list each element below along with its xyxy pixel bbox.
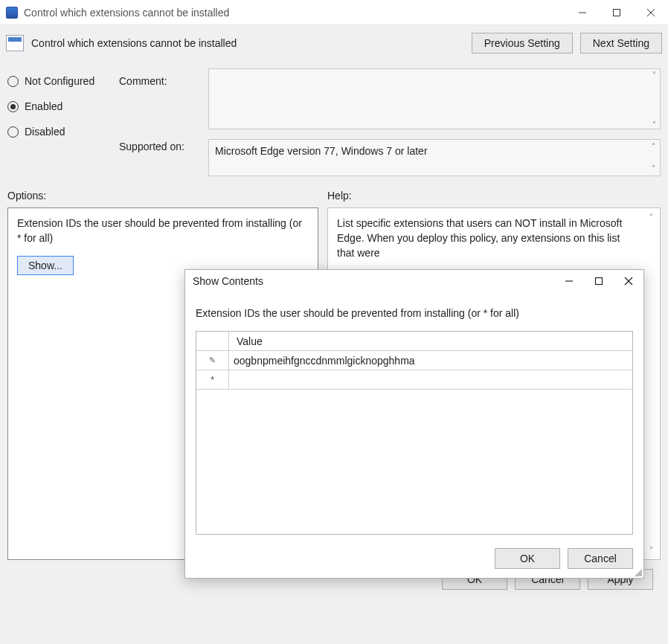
- window-title: Control which extensions cannot be insta…: [24, 7, 229, 19]
- page-title: Control which extensions cannot be insta…: [31, 37, 237, 49]
- grid-header-row: Value: [196, 332, 632, 351]
- value-cell-input[interactable]: [234, 351, 628, 370]
- header-row: Control which extensions cannot be insta…: [0, 25, 668, 61]
- chevron-up-icon[interactable]: ˄: [645, 211, 657, 223]
- values-grid: Value ✎ *: [196, 331, 633, 535]
- comment-field[interactable]: [208, 68, 661, 129]
- radio-icon: [7, 126, 19, 138]
- grid-header-value: Value: [229, 332, 632, 350]
- policy-icon: [6, 35, 24, 51]
- dialog-close-button[interactable]: [614, 270, 643, 292]
- supported-label: Supported on:: [119, 135, 208, 158]
- show-button[interactable]: Show...: [17, 256, 74, 275]
- radio-not-configured[interactable]: Not Configured: [7, 70, 119, 92]
- app-icon: [6, 7, 18, 19]
- help-text: List specific extensions that users can …: [337, 217, 622, 259]
- maximize-button[interactable]: [600, 0, 634, 25]
- title-bar: Control which extensions cannot be insta…: [0, 0, 668, 25]
- radio-label: Not Configured: [25, 75, 94, 87]
- options-text: Extension IDs the user should be prevent…: [17, 216, 309, 245]
- previous-setting-button[interactable]: Previous Setting: [472, 33, 573, 54]
- chevron-up-icon[interactable]: ˄: [648, 141, 658, 152]
- svg-rect-5: [596, 278, 603, 285]
- next-setting-button[interactable]: Next Setting: [580, 33, 662, 54]
- resize-grip[interactable]: [633, 567, 642, 576]
- dialog-cancel-button[interactable]: Cancel: [568, 548, 633, 569]
- help-label: Help:: [327, 190, 661, 202]
- close-button[interactable]: [634, 0, 668, 25]
- dialog-footer: OK Cancel: [185, 541, 643, 578]
- show-contents-dialog: Show Contents Extension IDs the user sho…: [184, 269, 644, 579]
- dialog-title-bar: Show Contents: [185, 270, 643, 292]
- edit-row-icon[interactable]: ✎: [196, 351, 229, 370]
- table-row-new[interactable]: *: [196, 370, 632, 390]
- grid-row-header-blank: [196, 332, 229, 350]
- comment-label: Comment:: [119, 70, 208, 92]
- dialog-title: Show Contents: [193, 275, 263, 287]
- chevron-down-icon[interactable]: ˅: [649, 120, 659, 130]
- minimize-button[interactable]: [565, 0, 600, 25]
- chevron-down-icon[interactable]: ˅: [648, 164, 658, 174]
- chevron-up-icon[interactable]: ˄: [649, 70, 659, 80]
- dialog-label: Extension IDs the user should be prevent…: [196, 307, 633, 319]
- radio-label: Enabled: [25, 100, 62, 112]
- svg-rect-1: [614, 9, 620, 16]
- table-row: ✎: [196, 351, 632, 370]
- radio-icon: [7, 101, 19, 112]
- dialog-minimize-button[interactable]: [554, 270, 584, 292]
- supported-on-text: Microsoft Edge version 77, Windows 7 or …: [215, 145, 428, 157]
- radio-disabled[interactable]: Disabled: [7, 120, 119, 143]
- new-row-icon: *: [196, 370, 229, 389]
- chevron-down-icon[interactable]: ˅: [645, 544, 657, 556]
- dialog-maximize-button[interactable]: [584, 270, 614, 292]
- radio-icon: [7, 76, 19, 87]
- radio-enabled[interactable]: Enabled: [7, 95, 119, 117]
- options-label: Options:: [7, 190, 327, 202]
- supported-on-field: Microsoft Edge version 77, Windows 7 or …: [208, 139, 661, 176]
- radio-label: Disabled: [25, 126, 65, 138]
- dialog-ok-button[interactable]: OK: [495, 548, 560, 569]
